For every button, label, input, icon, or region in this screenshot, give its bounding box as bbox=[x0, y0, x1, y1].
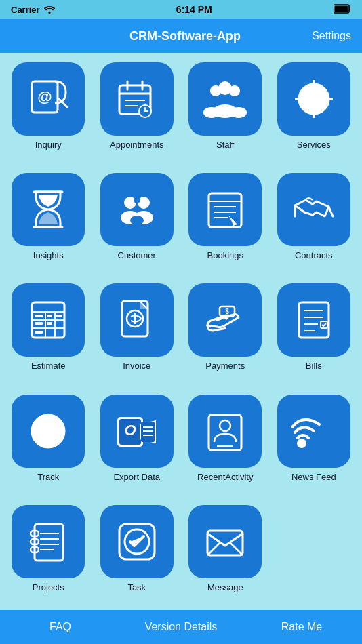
contracts-label: Contracts bbox=[295, 250, 333, 260]
app-item-invoice[interactable]: Invoice bbox=[96, 283, 179, 388]
app-title: CRM-Software-App bbox=[58, 29, 312, 43]
track-icon bbox=[12, 395, 85, 468]
app-item-services[interactable]: Services bbox=[273, 62, 356, 167]
insights-icon bbox=[12, 173, 85, 246]
svg-point-34 bbox=[134, 197, 140, 203]
task-label: Task bbox=[127, 582, 146, 592]
faq-button[interactable]: FAQ bbox=[0, 611, 121, 643]
svg-rect-53 bbox=[35, 322, 43, 325]
app-item-bills[interactable]: Bills bbox=[273, 283, 356, 388]
bills-label: Bills bbox=[306, 361, 322, 371]
svg-point-87 bbox=[298, 440, 305, 447]
app-grid: @ Inquiry + Appointments bbox=[0, 53, 362, 610]
payments-icon: $ bbox=[188, 283, 262, 357]
app-item-message[interactable]: Message bbox=[184, 505, 267, 610]
estimate-label: Estimate bbox=[31, 361, 66, 371]
contracts-icon bbox=[277, 173, 350, 246]
app-item-export-data[interactable]: O Export Data bbox=[96, 395, 179, 500]
appointments-icon: + bbox=[100, 62, 174, 136]
app-item-appointments[interactable]: + Appointments bbox=[96, 62, 179, 167]
svg-point-71 bbox=[47, 430, 49, 432]
export-data-icon: O bbox=[100, 395, 174, 468]
carrier-info: Carrier bbox=[11, 5, 55, 15]
status-time: 6:14 PM bbox=[176, 4, 212, 15]
recent-activity-icon bbox=[188, 395, 262, 468]
services-label: Services bbox=[297, 140, 331, 150]
app-item-payments[interactable]: $ Payments bbox=[184, 283, 267, 388]
bookings-icon bbox=[188, 173, 262, 246]
svg-rect-61 bbox=[299, 302, 329, 338]
app-item-recent-activity[interactable]: RecentActivity bbox=[184, 395, 267, 500]
status-bar: Carrier 6:14 PM bbox=[0, 0, 362, 19]
app-item-projects[interactable]: Projects bbox=[7, 505, 90, 610]
svg-rect-36 bbox=[209, 193, 241, 227]
footer: FAQ Version Details Rate Me bbox=[0, 610, 362, 644]
app-item-task[interactable]: Task bbox=[96, 505, 179, 610]
insights-label: Insights bbox=[33, 250, 64, 260]
recent-activity-label: RecentActivity bbox=[197, 472, 253, 482]
svg-line-43 bbox=[329, 207, 333, 216]
app-item-staff[interactable]: Staff bbox=[184, 62, 267, 167]
news-feed-icon bbox=[277, 395, 350, 468]
svg-rect-55 bbox=[35, 331, 43, 334]
svg-point-85 bbox=[220, 420, 230, 431]
rate-me-button[interactable]: Rate Me bbox=[241, 611, 362, 643]
app-item-news-feed[interactable]: News Feed bbox=[273, 395, 356, 500]
svg-point-0 bbox=[48, 12, 50, 14]
version-details-button[interactable]: Version Details bbox=[121, 611, 241, 643]
svg-rect-54 bbox=[47, 322, 52, 325]
bookings-label: Bookings bbox=[207, 250, 243, 260]
svg-text:+: + bbox=[143, 102, 146, 108]
track-label: Track bbox=[37, 472, 59, 482]
svg-rect-52 bbox=[56, 315, 62, 317]
settings-button[interactable]: Settings bbox=[312, 30, 351, 42]
svg-rect-98 bbox=[207, 531, 243, 555]
svg-text:$: $ bbox=[225, 308, 229, 315]
svg-line-99 bbox=[207, 543, 220, 555]
services-icon bbox=[277, 62, 350, 136]
app-item-estimate[interactable]: Estimate bbox=[7, 283, 90, 388]
invoice-icon bbox=[100, 283, 174, 357]
staff-icon bbox=[188, 62, 262, 136]
task-icon bbox=[100, 505, 174, 578]
svg-text:O: O bbox=[124, 422, 136, 439]
export-data-label: Export Data bbox=[113, 472, 160, 482]
svg-point-17 bbox=[229, 85, 240, 96]
customer-icon bbox=[100, 173, 174, 246]
svg-line-100 bbox=[230, 543, 243, 555]
svg-rect-50 bbox=[35, 315, 43, 317]
svg-rect-2 bbox=[335, 5, 348, 12]
staff-label: Staff bbox=[216, 140, 235, 150]
header: CRM-Software-App Settings bbox=[0, 19, 362, 53]
payments-label: Payments bbox=[205, 361, 245, 371]
app-item-customer[interactable]: Customer bbox=[96, 173, 179, 278]
message-label: Message bbox=[207, 582, 243, 592]
app-item-bookings[interactable]: Bookings bbox=[184, 173, 267, 278]
news-feed-label: News Feed bbox=[291, 472, 336, 482]
bills-icon bbox=[277, 283, 350, 357]
svg-text:@: @ bbox=[38, 88, 52, 105]
customer-label: Customer bbox=[118, 250, 156, 260]
inquiry-label: Inquiry bbox=[35, 140, 62, 150]
inquiry-icon: @ bbox=[12, 62, 85, 136]
message-icon bbox=[188, 505, 262, 578]
appointments-label: Appointments bbox=[110, 140, 164, 150]
svg-point-27 bbox=[311, 96, 317, 102]
app-item-insights[interactable]: Insights bbox=[7, 173, 90, 278]
invoice-label: Invoice bbox=[123, 361, 150, 371]
projects-label: Projects bbox=[33, 582, 64, 592]
svg-point-35 bbox=[130, 216, 144, 225]
svg-point-19 bbox=[203, 107, 220, 118]
app-item-track[interactable]: Track bbox=[7, 395, 90, 500]
app-item-contracts[interactable]: Contracts bbox=[273, 173, 356, 278]
svg-point-20 bbox=[230, 107, 247, 118]
estimate-icon bbox=[12, 283, 85, 357]
battery-icon bbox=[334, 4, 351, 16]
projects-icon bbox=[12, 505, 85, 578]
app-item-inquiry[interactable]: @ Inquiry bbox=[7, 62, 90, 167]
svg-rect-51 bbox=[47, 315, 52, 317]
